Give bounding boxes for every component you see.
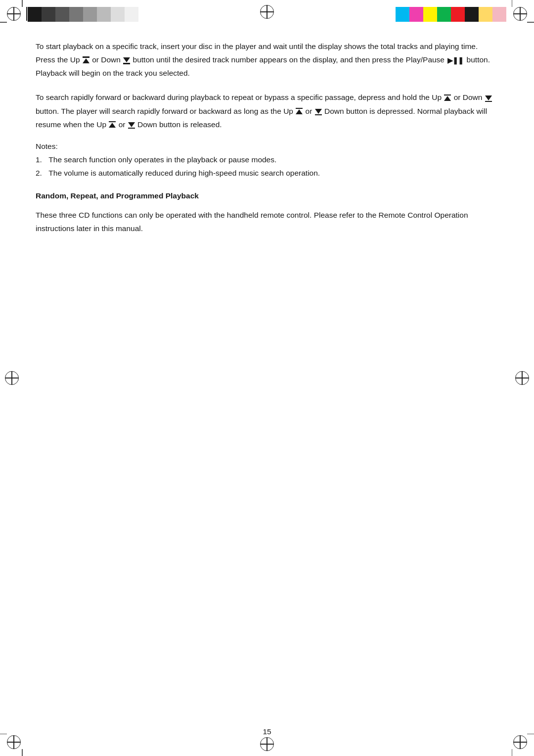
trim-mark (0, 734, 7, 735)
section-heading: Random, Repeat, and Programmed Playback (36, 191, 498, 200)
note-text-1: The search function only operates in the… (44, 155, 276, 164)
para2-or1: or Down (451, 93, 484, 101)
para2-text1: To search rapidly forward or backward du… (36, 93, 444, 101)
trim-mark (22, 0, 23, 7)
swatch (55, 7, 69, 22)
page-number: 15 (263, 727, 271, 736)
down-arrow-icon-1 (123, 57, 130, 64)
reg-mark-tl (7, 7, 21, 21)
notes-title: Notes: (36, 142, 498, 151)
trim-mark (527, 734, 534, 735)
reg-mark-br (513, 735, 527, 749)
reg-mark-tr (513, 7, 527, 21)
note-item-2: 2. The volume is automatically reduced d… (36, 166, 498, 180)
para2-or3: or (116, 120, 127, 129)
reg-mark-center-top (260, 5, 274, 19)
swatch (111, 7, 125, 22)
swatch-pink (492, 7, 506, 22)
notes-list: 1. The search function only operates in … (36, 153, 498, 180)
colorbar-divider-right (26, 7, 27, 21)
para2-text4: Down button is released. (135, 120, 222, 129)
swatch-black (465, 7, 479, 22)
note-number-1: 1. (36, 153, 42, 166)
reg-mark-center-left (5, 371, 19, 385)
trim-mark (22, 749, 23, 756)
page: To start playback on a specific track, i… (0, 0, 534, 756)
para2-text2: button. The player will search rapidly f… (36, 107, 295, 115)
para1-or1: or Down (90, 55, 123, 64)
trim-mark (512, 0, 513, 7)
reg-mark-bl (7, 735, 21, 749)
up-arrow-icon-1 (83, 56, 89, 63)
para2-or2: or (303, 107, 314, 115)
down-arrow-icon-2 (485, 95, 492, 102)
down-arrow-icon-3 (315, 109, 322, 116)
swatch-yellow (423, 7, 437, 22)
note-text-2: The volume is automatically reduced duri… (44, 169, 320, 177)
up-arrow-icon-2 (444, 94, 451, 101)
main-content: To start playback on a specific track, i… (36, 40, 498, 716)
colorbar-right (396, 7, 506, 21)
reg-mark-center-right (515, 371, 529, 385)
swatch-red (451, 7, 465, 22)
play-pause-icon: ▶❚❚ (447, 54, 463, 67)
swatch (97, 7, 111, 22)
swatch (125, 7, 138, 22)
colorbar-left (28, 7, 138, 21)
notes-section: Notes: 1. The search function only opera… (36, 142, 498, 180)
section-body: These three CD functions can only be ope… (36, 208, 498, 235)
swatch (42, 7, 55, 22)
swatch-magenta (409, 7, 423, 22)
swatch-gold (479, 7, 492, 22)
up-arrow-icon-3 (296, 108, 303, 115)
swatch-green (437, 7, 451, 22)
note-number-2: 2. (36, 166, 42, 180)
para1-text2: button until the desired track number ap… (131, 55, 446, 64)
paragraph-1: To start playback on a specific track, i… (36, 40, 498, 80)
swatch (69, 7, 83, 22)
reg-mark-center-bottom (260, 737, 274, 751)
swatch-cyan (396, 7, 409, 22)
paragraph-2: To search rapidly forward or backward du… (36, 91, 498, 131)
trim-mark (512, 749, 513, 756)
trim-mark (527, 22, 534, 23)
swatch (83, 7, 97, 22)
trim-mark (0, 22, 7, 23)
up-arrow-icon-4 (109, 121, 116, 128)
note-item-1: 1. The search function only operates in … (36, 153, 498, 166)
down-arrow-icon-4 (128, 122, 135, 129)
swatch (28, 7, 42, 22)
